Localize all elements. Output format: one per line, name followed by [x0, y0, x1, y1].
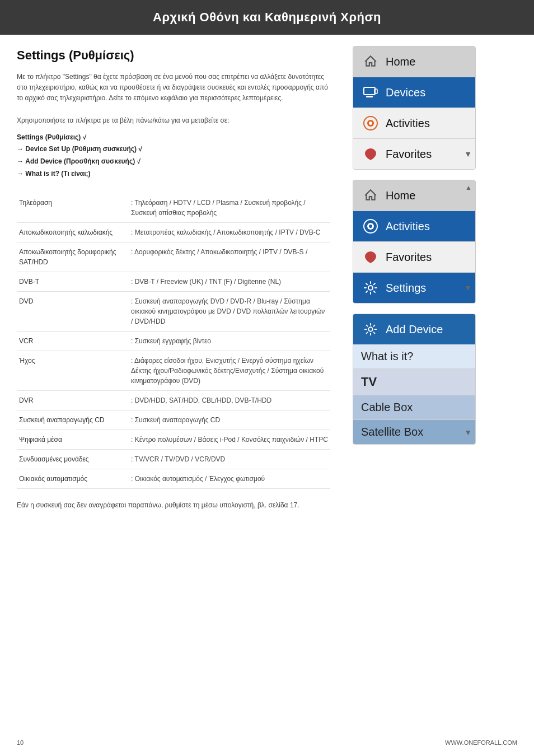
settings-icon — [361, 278, 380, 297]
nav-items: Settings (Ρυθμίσεις) √ → Device Set Up (… — [17, 132, 330, 180]
device-name: Οικιακός αυτοματισμός — [17, 469, 129, 489]
scroll-down-1: ▼ — [464, 150, 472, 158]
device-description: : Δορυφορικός δέκτης / Αποκωδικοποιητής … — [129, 242, 330, 272]
table-row: Συσκευή αναπαραγωγής CD : Συσκευή αναπαρ… — [17, 410, 330, 430]
menu-label-favorites-2: Favorites — [386, 251, 432, 264]
device-name: Συνδυασμένες μονάδες — [17, 450, 129, 469]
device-name: Ήχος — [17, 351, 129, 391]
device-name: VCR — [17, 332, 129, 351]
table-row: Αποκωδικοποιητής καλωδιακής : Μετατροπέα… — [17, 223, 330, 242]
menu-item-home-2[interactable]: Home ▲ — [353, 180, 475, 211]
menu-label-settings: Settings — [386, 282, 426, 295]
table-row: DVR : DVD/HDD, SAT/HDD, CBL/HDD, DVB-T/H… — [17, 391, 330, 410]
device-name: Συσκευή αναπαραγωγής CD — [17, 410, 129, 430]
menu-panel-1: Home Devices — [353, 46, 476, 170]
submenu-label-tv: TV — [361, 375, 377, 389]
table-row: Τηλεόραση : Τηλεόραση / HDTV / LCD / Pla… — [17, 193, 330, 223]
table-row: Συνδυασμένες μονάδες : TV/VCR / TV/DVD /… — [17, 450, 330, 469]
device-name: Ψηφιακά μέσα — [17, 430, 129, 450]
submenu-item-tv[interactable]: TV — [353, 369, 475, 395]
submenu-item-what[interactable]: What is it? — [353, 344, 475, 369]
menu-label-activities-1: Activities — [386, 117, 430, 130]
svg-rect-1 — [366, 96, 373, 97]
device-description: : Κέντρο πολυμέσων / Βάσεις i-Pod / Κονσ… — [129, 430, 330, 450]
table-row: Ψηφιακά μέσα : Κέντρο πολυμέσων / Βάσεις… — [17, 430, 330, 450]
menu-item-settings[interactable]: Settings ▼ — [353, 273, 475, 303]
device-description: : TV/VCR / TV/DVD / VCR/DVD — [129, 450, 330, 469]
menu-item-favorites-1[interactable]: Favorites ▼ — [353, 139, 475, 169]
submenu-label-satellite: Satellite Box — [361, 426, 423, 438]
device-description: : Μετατροπέας καλωδιακής / Αποκωδικοποιη… — [129, 223, 330, 242]
submenu-item-cable[interactable]: Cable Box — [353, 395, 475, 420]
footer-note: Εάν η συσκευή σας δεν αναγράφεται παραπά… — [17, 500, 330, 510]
svg-point-5 — [369, 122, 372, 125]
device-table: Τηλεόραση : Τηλεόραση / HDTV / LCD / Pla… — [17, 193, 330, 489]
device-name: Αποκωδικοποιητής δορυφορικής SAT/HDD — [17, 242, 129, 272]
section-title: Settings (Ρυθμίσεις) — [17, 48, 330, 63]
device-name: DVB-T — [17, 272, 129, 292]
home-icon-1 — [361, 52, 380, 71]
device-description: : DVB-T / Freeview (UK) / TNT (F) / Digi… — [129, 272, 330, 292]
device-description: : Συσκευή αναπαραγωγής CD — [129, 410, 330, 430]
device-name: DVR — [17, 391, 129, 410]
page-footer: 10 WWW.ONEFORALL.COM — [17, 739, 517, 746]
svg-point-8 — [369, 225, 372, 228]
nav-item-add-device: → Add Device (Προσθήκη συσκευής) √ — [17, 156, 330, 168]
submenu-item-satellite[interactable]: Satellite Box ▼ — [353, 420, 475, 444]
svg-rect-0 — [364, 87, 375, 95]
device-description: : Οικιακός αυτοματισμός / Έλεγχος φωτισμ… — [129, 469, 330, 489]
submenu-label-cable: Cable Box — [361, 401, 413, 414]
device-description: : DVD/HDD, SAT/HDD, CBL/HDD, DVB-T/HDD — [129, 391, 330, 410]
device-description: : Συσκευή εγγραφής βίντεο — [129, 332, 330, 351]
menu-label-home-1: Home — [386, 55, 415, 68]
scroll-down-2: ▼ — [464, 283, 472, 292]
devices-icon — [361, 83, 380, 102]
device-description: : Διάφορες είσοδοι ήχου, Ενισχυτής / Ενε… — [129, 351, 330, 391]
table-row: VCR : Συσκευή εγγραφής βίντεο — [17, 332, 330, 351]
page-number: 10 — [17, 739, 24, 746]
nav-item-what-is-it: → What is it? (Τι είναι;) — [17, 168, 330, 180]
add-device-label: Add Device — [386, 323, 443, 336]
menu-label-favorites-1: Favorites — [386, 148, 432, 161]
submenu-label-what: What is it? — [361, 350, 413, 363]
menu-label-activities-2: Activities — [386, 220, 430, 233]
nav-item-settings: Settings (Ρυθμίσεις) √ — [17, 132, 330, 144]
submenu-header: Add Device — [353, 314, 475, 344]
submenu-panel: Add Device What is it? TV Cable Box Sate… — [353, 314, 476, 445]
menu-item-devices[interactable]: Devices — [353, 77, 475, 108]
device-name: DVD — [17, 292, 129, 332]
svg-point-10 — [368, 327, 372, 331]
page-header: Αρχική Οθόνη και Καθημερινή Χρήση — [0, 0, 534, 35]
activities-icon-1 — [361, 114, 380, 133]
right-panel: Home Devices — [347, 35, 493, 527]
activities-icon-2 — [361, 217, 380, 236]
nav-item-device-setup: → Device Set Up (Ρύθμιση συσκευής) √ — [17, 143, 330, 156]
favorites-icon-2 — [361, 248, 380, 267]
nav-hint: Χρησιμοποιήστε τα πλήκτρα με τα βέλη πάν… — [17, 115, 330, 126]
left-content: Settings (Ρυθμίσεις) Με το πλήκτρο "Sett… — [0, 35, 347, 527]
menu-label-devices: Devices — [386, 86, 425, 99]
website: WWW.ONEFORALL.COM — [445, 739, 517, 746]
table-row: Οικιακός αυτοματισμός : Οικιακός αυτοματ… — [17, 469, 330, 489]
gear-icon — [361, 320, 380, 339]
page-title: Αρχική Οθόνη και Καθημερινή Χρήση — [153, 10, 381, 24]
svg-point-9 — [368, 286, 373, 290]
menu-item-favorites-2[interactable]: Favorites — [353, 242, 475, 273]
home-icon-2 — [361, 186, 380, 205]
scroll-down-3: ▼ — [464, 428, 472, 437]
table-row: DVD : Συσκευή αναπαραγωγής DVD / DVD-R /… — [17, 292, 330, 332]
table-row: DVB-T : DVB-T / Freeview (UK) / TNT (F) … — [17, 272, 330, 292]
menu-item-activities-2[interactable]: Activities — [353, 211, 475, 242]
device-name: Τηλεόραση — [17, 193, 129, 223]
menu-item-activities-1[interactable]: Activities — [353, 108, 475, 139]
favorites-icon-1 — [361, 144, 380, 164]
menu-panel-2: Home ▲ Activities — [353, 180, 476, 304]
svg-rect-2 — [374, 89, 377, 94]
menu-item-home-1[interactable]: Home — [353, 46, 475, 77]
device-name: Αποκωδικοποιητής καλωδιακής — [17, 223, 129, 242]
table-row: Αποκωδικοποιητής δορυφορικής SAT/HDD : Δ… — [17, 242, 330, 272]
device-description: : Τηλεόραση / HDTV / LCD / Plasma / Συσκ… — [129, 193, 330, 223]
device-description: : Συσκευή αναπαραγωγής DVD / DVD-R / Blu… — [129, 292, 330, 332]
table-row: Ήχος : Διάφορες είσοδοι ήχου, Ενισχυτής … — [17, 351, 330, 391]
intro-text: Με το πλήκτρο "Settings" θα έχετε πρόσβα… — [17, 72, 330, 104]
